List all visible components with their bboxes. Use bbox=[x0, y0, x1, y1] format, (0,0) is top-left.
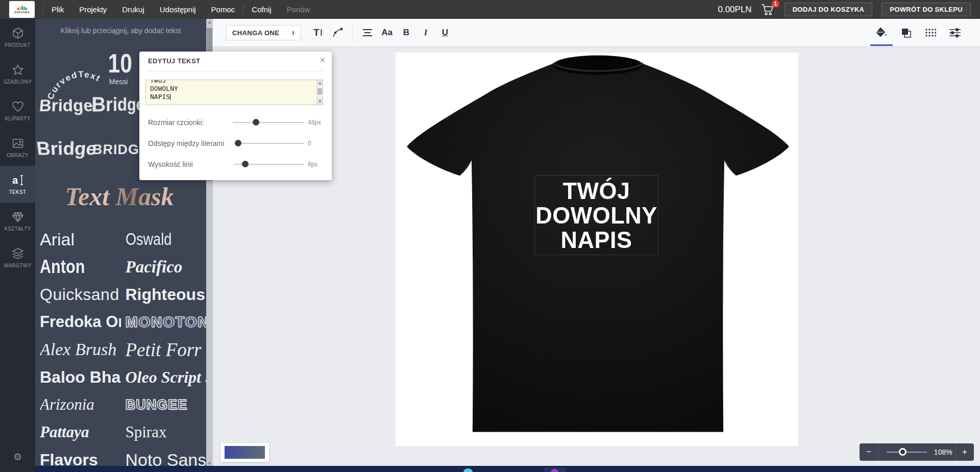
curve-text-button[interactable] bbox=[328, 23, 347, 42]
heart-icon bbox=[12, 101, 24, 113]
image-icon bbox=[12, 137, 24, 150]
scroll-up-arrow-icon[interactable]: ▲ bbox=[206, 20, 213, 24]
font-option-monoton[interactable]: MONOTON bbox=[126, 308, 207, 336]
shirt-text-line: TWÓJ bbox=[563, 178, 630, 204]
menu-item-drukuj[interactable]: Drukuj bbox=[122, 5, 144, 14]
svg-text:a: a bbox=[12, 175, 18, 186]
scroll-down-arrow-icon[interactable]: ▼ bbox=[206, 461, 213, 466]
settings-gear-button[interactable]: ⚙ bbox=[0, 451, 35, 463]
product-preview[interactable]: TWÓJ DOWOLNY NAPIS bbox=[396, 53, 798, 446]
menu-item-pomoc[interactable]: Pomoc bbox=[211, 5, 235, 14]
zoom-control: − 108% + bbox=[860, 443, 974, 461]
font-option-oswald[interactable]: Oswald bbox=[126, 226, 192, 253]
textarea-scrollbar-thumb[interactable] bbox=[317, 88, 322, 94]
text-input-area[interactable]: TWÓJ DOWOLNY NAPIS ▲ ▼ bbox=[145, 80, 323, 105]
font-option-quicksand[interactable]: Quicksand bbox=[40, 281, 121, 308]
main-menu: Plik Projekty Drukuj Udostępnij Pomoc bbox=[52, 5, 235, 14]
font-size-slider-handle[interactable] bbox=[253, 119, 259, 126]
zoom-out-button[interactable]: − bbox=[860, 447, 878, 457]
align-button[interactable] bbox=[358, 23, 377, 42]
textarea-scroll-down-icon[interactable]: ▼ bbox=[317, 98, 323, 105]
zoom-in-button[interactable]: + bbox=[955, 447, 974, 457]
font-option-pacifico[interactable]: Pacifico bbox=[126, 253, 207, 281]
topbar-right: 0.00PLN 1 DODAJ DO KOSZYKA POWRÓT DO SKL… bbox=[718, 3, 980, 16]
overlap-squares-icon bbox=[900, 27, 912, 38]
back-to-shop-button[interactable]: POWRÓT DO SKLEPU bbox=[881, 3, 971, 16]
font-option-righteous[interactable]: Righteous bbox=[126, 281, 207, 308]
color-swatch-button[interactable] bbox=[220, 443, 269, 462]
price-label: 0.00PLN bbox=[718, 5, 751, 15]
grid-tab[interactable] bbox=[921, 19, 940, 46]
sidebar-item-kliparty[interactable]: KLIPARTY bbox=[0, 92, 35, 129]
dialog-close-button[interactable]: ✕ bbox=[319, 56, 326, 65]
text-caret bbox=[170, 94, 170, 100]
letter-spacing-slider[interactable] bbox=[236, 143, 304, 144]
sliders-icon bbox=[949, 28, 961, 38]
fill-color-tab[interactable] bbox=[872, 19, 891, 46]
letter-spacing-slider-handle[interactable] bbox=[235, 140, 241, 146]
line-height-slider[interactable] bbox=[234, 164, 304, 165]
bottom-page-strip bbox=[0, 466, 980, 472]
sidebar-item-ksztalty[interactable]: KSZTAŁTY bbox=[0, 203, 35, 239]
underline-button[interactable]: U bbox=[435, 23, 455, 42]
sidebar-item-produkt[interactable]: PRODUKT bbox=[0, 19, 35, 56]
topbar: SOFIANA Plik Projekty Drukuj Udostępnij … bbox=[0, 0, 980, 19]
sidebar-item-obrazy[interactable]: OBRAZY bbox=[0, 129, 35, 166]
sidebar-item-szablony[interactable]: SZABLONY bbox=[0, 56, 35, 92]
align-center-icon bbox=[362, 29, 373, 37]
letter-case-button[interactable]: Aa bbox=[377, 23, 397, 42]
text-mask-sample[interactable]: Text Mask bbox=[65, 182, 174, 211]
menu-item-udostepnij[interactable]: Udostępnij bbox=[160, 5, 196, 14]
sidebar-item-warstwy[interactable]: WARSTWY bbox=[0, 239, 35, 276]
shirt-text-object[interactable]: TWÓJ DOWOLNY NAPIS bbox=[534, 175, 658, 255]
font-option-arial[interactable]: Arial bbox=[40, 226, 121, 253]
undo-button[interactable]: Cofnij bbox=[252, 5, 271, 14]
textarea-scrollbar[interactable]: ▲ ▼ bbox=[316, 80, 323, 105]
italic-button[interactable]: I bbox=[416, 23, 435, 42]
sidebar: PRODUKT SZABLONY KLIPARTY OBRAZY a TEKST… bbox=[0, 19, 35, 472]
font-option-baloo-bhai[interactable]: Baloo Bhai bbox=[40, 363, 121, 391]
font-size-slider[interactable] bbox=[233, 122, 304, 123]
font-option-anton[interactable]: Anton bbox=[40, 253, 109, 281]
zoom-slider-handle[interactable] bbox=[899, 448, 906, 456]
line-height-slider-handle[interactable] bbox=[242, 161, 249, 167]
toolbar-divider bbox=[352, 24, 353, 41]
font-option-pattaya[interactable]: Pattaya bbox=[40, 418, 121, 446]
font-option-arizonia[interactable]: Arizonia bbox=[40, 391, 121, 418]
bridge-arc-sample[interactable]: Bridge bbox=[38, 96, 93, 115]
font-option-petit-formal[interactable]: Petit Forr bbox=[126, 336, 207, 363]
zoom-level-value: 108% bbox=[934, 448, 955, 456]
sidebar-item-tekst[interactable]: a TEKST bbox=[0, 166, 35, 203]
font-option-spirax[interactable]: Spirax bbox=[126, 418, 207, 446]
shirt-text-line: DOWOLNY bbox=[535, 203, 657, 228]
menu-item-projekty[interactable]: Projekty bbox=[79, 5, 107, 14]
menu-item-plik[interactable]: Plik bbox=[52, 5, 64, 14]
font-option-fredoka[interactable]: Fredoka On bbox=[40, 308, 121, 336]
bridge-valley-sample[interactable]: Bridge bbox=[35, 138, 98, 159]
number-text-sample[interactable]: 10 Messi bbox=[106, 50, 131, 86]
gear-icon: ⚙ bbox=[13, 452, 22, 462]
brand-logo[interactable]: SOFIANA bbox=[9, 1, 35, 18]
paint-bucket-icon bbox=[875, 27, 888, 38]
bridge-perspective-sample[interactable]: Bridge bbox=[91, 92, 143, 117]
font-select-dropdown[interactable]: CHANGA ONE ▲▼ bbox=[226, 25, 301, 40]
edit-text-button[interactable]: TI bbox=[308, 23, 328, 42]
cart-button[interactable]: 1 bbox=[761, 4, 775, 16]
duplicate-tab[interactable] bbox=[896, 19, 916, 46]
brand-logo-text: SOFIANA bbox=[14, 11, 30, 14]
font-size-value: 48px bbox=[308, 119, 329, 126]
letter-spacing-value: 0 bbox=[308, 140, 329, 147]
font-option-alex-brush[interactable]: Alex Brush bbox=[40, 336, 121, 363]
add-to-cart-button[interactable]: DODAJ DO KOSZYKA bbox=[785, 3, 873, 16]
shirt-text-line: NAPIS bbox=[560, 227, 632, 253]
bold-button[interactable]: B bbox=[397, 23, 416, 42]
grid-dots-icon bbox=[925, 28, 936, 37]
settings-tab[interactable] bbox=[945, 19, 965, 46]
dialog-title: EDYTUJ TEKST bbox=[148, 57, 200, 65]
undo-redo-group: Cofnij Ponów bbox=[252, 5, 310, 14]
font-option-oleo-script[interactable]: Oleo Script S bbox=[126, 363, 207, 391]
zoom-slider[interactable] bbox=[887, 452, 927, 453]
textarea-scroll-up-icon[interactable]: ▲ bbox=[317, 80, 323, 86]
redo-button[interactable]: Ponów bbox=[287, 5, 310, 14]
font-option-bungee[interactable]: BUNGEE bbox=[126, 391, 207, 418]
